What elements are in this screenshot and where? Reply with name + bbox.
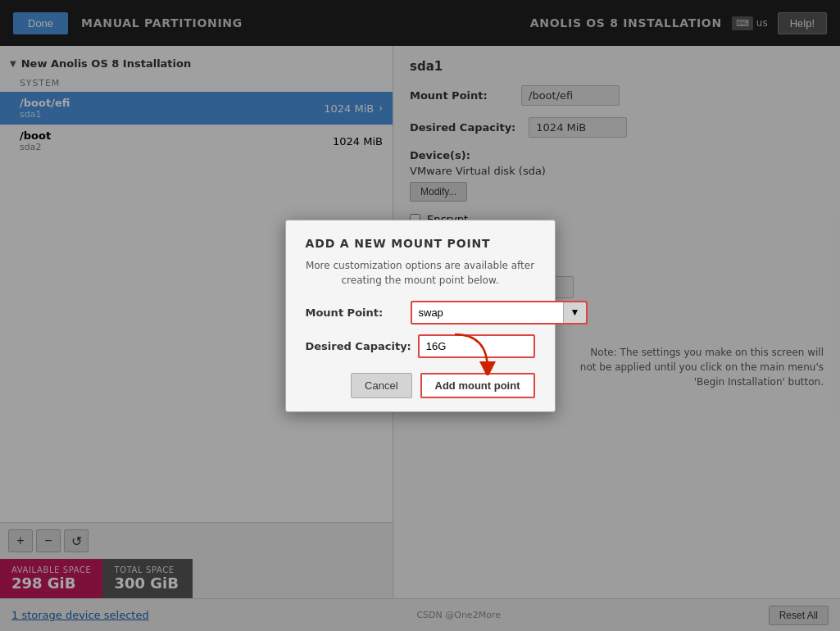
add-mount-point-button[interactable]: Add mount point	[420, 373, 535, 398]
dialog-mount-point-input[interactable]	[412, 302, 563, 323]
dialog-mount-point-dropdown[interactable]: ▼	[563, 302, 587, 323]
dialog-buttons-container: Cancel Add mount point	[306, 373, 535, 398]
dialog-mount-point-group: ▼	[411, 301, 588, 325]
dialog-capacity-wrapper	[418, 334, 535, 358]
dialog-capacity-row: Desired Capacity:	[306, 334, 535, 358]
dialog-buttons: Cancel Add mount point	[306, 373, 535, 398]
dialog-title: ADD A NEW MOUNT POINT	[306, 237, 535, 250]
dialog-capacity-input[interactable]	[420, 336, 534, 356]
dialog-mount-point-label: Mount Point:	[306, 306, 404, 319]
dialog-overlay: ADD A NEW MOUNT POINT More customization…	[0, 0, 840, 631]
dialog-description: More customization options are available…	[306, 258, 535, 288]
add-mount-point-dialog: ADD A NEW MOUNT POINT More customization…	[285, 220, 556, 412]
dialog-mount-point-row: Mount Point: ▼	[306, 301, 535, 325]
dialog-capacity-label: Desired Capacity:	[306, 340, 411, 352]
cancel-button[interactable]: Cancel	[351, 373, 411, 398]
